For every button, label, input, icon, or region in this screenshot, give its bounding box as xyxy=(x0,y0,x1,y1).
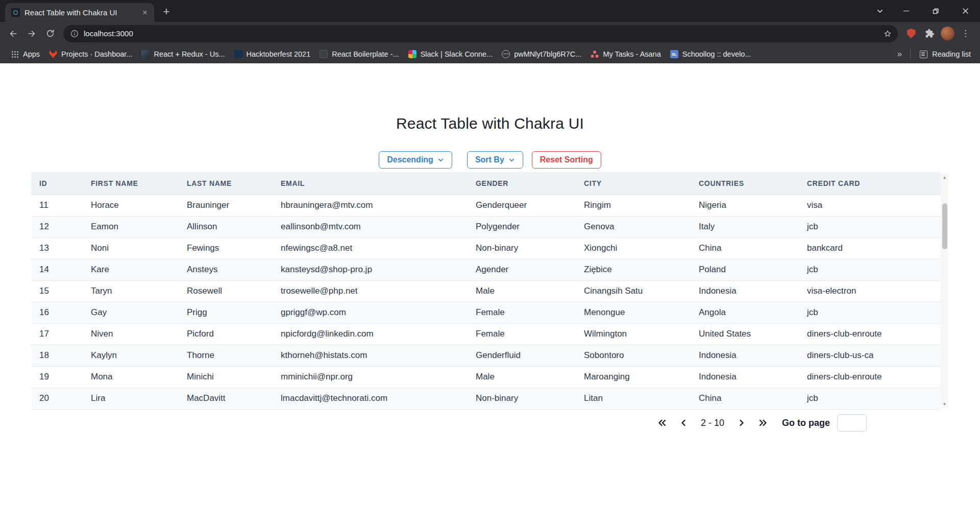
table-cell: Agender xyxy=(468,259,576,280)
table-cell: npicfordg@linkedin.com xyxy=(273,323,468,345)
table-cell: Sobontoro xyxy=(576,345,691,366)
next-page-button[interactable] xyxy=(733,414,750,432)
address-bar[interactable]: localhost:3000 xyxy=(63,25,898,42)
grid-icon xyxy=(11,50,19,58)
bookmarks-right: » Reading list xyxy=(895,49,974,59)
table-row: 11HoraceBrauningerhbrauningera@mtv.comGe… xyxy=(31,195,941,216)
url-text: localhost:3000 xyxy=(84,29,875,38)
reload-button[interactable] xyxy=(41,25,59,43)
close-button[interactable] xyxy=(950,0,980,22)
scrollbar-thumb[interactable] xyxy=(942,203,947,249)
reading-list-button[interactable]: Reading list xyxy=(917,50,974,58)
back-arrow-icon xyxy=(8,29,18,39)
puzzle-icon xyxy=(925,29,935,38)
table-cell: 15 xyxy=(31,280,83,302)
last-page-button[interactable] xyxy=(754,414,772,432)
column-header[interactable]: COUNTRIES xyxy=(691,172,799,195)
bookmark-projects-dashboard[interactable]: Projects · Dashboar... xyxy=(44,47,137,61)
go-to-page-input[interactable] xyxy=(837,414,867,432)
back-button[interactable] xyxy=(4,25,22,43)
table-cell: Xiongchi xyxy=(576,237,691,259)
navigation-bar: localhost:3000 ⋮ xyxy=(0,22,980,45)
shield-icon xyxy=(907,29,916,38)
reset-sorting-button[interactable]: Reset Sorting xyxy=(532,151,601,169)
table-cell: Wilmington xyxy=(576,323,691,345)
forward-button[interactable] xyxy=(22,25,41,43)
column-header[interactable]: ID xyxy=(31,172,83,195)
column-header[interactable]: LAST NAME xyxy=(179,172,273,195)
extensions-button[interactable] xyxy=(920,25,939,43)
bookmark-label: Slack | Slack Conne... xyxy=(421,50,493,58)
table-cell: Noni xyxy=(83,237,179,259)
bookmark-schoollog[interactable]: SLSchoollog :: develo... xyxy=(666,47,756,61)
first-page-button[interactable] xyxy=(653,414,671,432)
bookmarks-overflow-icon[interactable]: » xyxy=(895,49,904,59)
site-info-icon[interactable] xyxy=(70,30,79,38)
bookmark-my-tasks-asana[interactable]: My Tasks - Asana xyxy=(586,47,665,61)
reading-list-label: Reading list xyxy=(932,50,971,58)
column-header[interactable]: FIRST NAME xyxy=(83,172,179,195)
table-row: 19MonaMinichimminichii@npr.orgMaleMaroan… xyxy=(31,366,941,388)
table-cell: diners-club-enroute xyxy=(799,323,941,345)
adblock-extension-button[interactable] xyxy=(902,25,920,43)
table-cell: Eamon xyxy=(83,216,179,237)
column-header[interactable]: CITY xyxy=(576,172,691,195)
sort-by-button[interactable]: Sort By xyxy=(467,151,523,169)
bookmark-react-boilerplate[interactable]: React Boilerplate -... xyxy=(315,47,403,61)
table-scrollbar[interactable]: ▲ ▼ xyxy=(941,174,948,408)
page-content: React Table with Chakra UI Descending So… xyxy=(0,63,980,526)
column-header[interactable]: EMAIL xyxy=(273,172,468,195)
table-cell: Genderfluid xyxy=(468,345,576,366)
column-header[interactable]: GENDER xyxy=(468,172,576,195)
bookmarks-bar: AppsProjects · Dashboar...React + Redux … xyxy=(0,45,980,63)
bookmark-label: pwMNlyt7blg6R7C... xyxy=(514,50,581,58)
bookmark-react-redux[interactable]: React + Redux - Us... xyxy=(137,47,229,61)
maximize-button[interactable] xyxy=(921,0,950,22)
table-cell: Male xyxy=(468,366,576,388)
table-cell: Female xyxy=(468,323,576,345)
page-indicator: 2 - 10 xyxy=(696,418,729,428)
table-toolbar: Descending Sort By Reset Sorting xyxy=(0,151,980,169)
table-cell: China xyxy=(691,237,799,259)
table-cell: Minichi xyxy=(179,366,273,388)
table-cell: eallinsonb@mtv.com xyxy=(273,216,468,237)
photo-icon xyxy=(141,50,150,58)
restore-icon xyxy=(932,8,939,15)
profile-avatar[interactable] xyxy=(941,27,954,40)
table-row: 17NivenPicfordnpicfordg@linkedin.comFema… xyxy=(31,323,941,345)
table-cell: 20 xyxy=(31,388,83,409)
tab-close-icon[interactable]: × xyxy=(140,8,150,18)
table-cell: Menongue xyxy=(576,302,691,323)
column-header[interactable]: CREDIT CARD xyxy=(799,172,941,195)
window-controls xyxy=(869,0,980,22)
scroll-down-icon[interactable]: ▼ xyxy=(941,400,948,408)
minimize-icon xyxy=(903,11,909,12)
table-cell: Taryn xyxy=(83,280,179,302)
bookmark-pwmnlyt[interactable]: pwMNlyt7blg6R7C... xyxy=(497,47,586,61)
table-cell: 18 xyxy=(31,345,83,366)
descending-button[interactable]: Descending xyxy=(379,151,452,169)
new-tab-button[interactable]: + xyxy=(159,4,174,19)
table-cell: Genderqueer xyxy=(468,195,576,216)
table-cell: kthorneh@histats.com xyxy=(273,345,468,366)
browser-menu-button[interactable]: ⋮ xyxy=(957,25,975,43)
scroll-up-icon[interactable]: ▲ xyxy=(941,174,948,181)
bookmark-hacktoberfest-2021[interactable]: Hacktoberfest 2021 xyxy=(230,47,315,61)
table-cell: Indonesia xyxy=(691,366,799,388)
table-cell: 16 xyxy=(31,302,83,323)
bookmark-apps[interactable]: Apps xyxy=(6,47,44,61)
tab-search-chevron-icon[interactable] xyxy=(869,0,891,22)
table-cell: China xyxy=(691,388,799,409)
divider xyxy=(910,49,911,59)
previous-page-button[interactable] xyxy=(675,414,692,432)
table-cell: gpriggf@wp.com xyxy=(273,302,468,323)
descending-label: Descending xyxy=(387,155,433,164)
page-title: React Table with Chakra UI xyxy=(0,115,980,132)
minimize-button[interactable] xyxy=(891,0,921,22)
table-cell: visa-electron xyxy=(799,280,941,302)
bookmark-star-icon[interactable] xyxy=(880,27,895,41)
browser-tab[interactable]: React Table with Chakra UI × xyxy=(5,3,154,22)
bookmark-label: Apps xyxy=(23,50,40,58)
bookmark-label: Hacktoberfest 2021 xyxy=(247,50,311,58)
bookmark-slack[interactable]: Slack | Slack Conne... xyxy=(404,47,498,61)
